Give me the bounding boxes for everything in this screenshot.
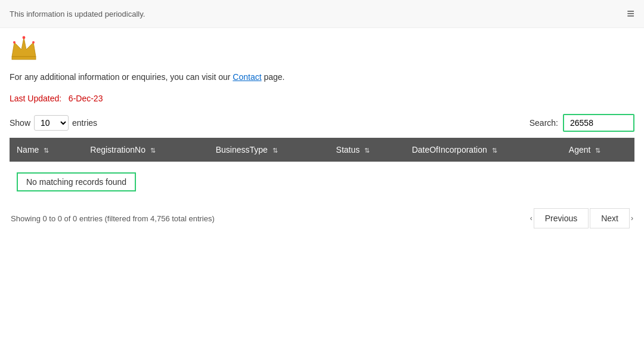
svg-marker-0 [12,38,36,57]
next-button[interactable]: Next [590,208,630,228]
content-area: For any additional information or enquir… [0,66,644,238]
info-line-end: page. [264,72,284,82]
entries-label: entries [72,118,97,128]
col-reg-no-label: RegistrationNo [90,145,145,154]
last-updated: Last Updated: 6-Dec-23 [10,94,634,103]
sort-arrows-name: ⇅ [44,147,49,154]
data-table: Name ⇅ RegistrationNo ⇅ BusinessType ⇅ S… [10,138,634,202]
table-header: Name ⇅ RegistrationNo ⇅ BusinessType ⇅ S… [10,138,634,162]
search-label: Search: [530,118,558,128]
show-label: Show [10,118,30,128]
col-name-label: Name [17,145,39,154]
last-updated-date: 6-Dec-23 [69,94,103,103]
table-footer: Showing 0 to 0 of 0 entries (filtered fr… [10,208,634,228]
col-agent-label: Agent [569,145,591,154]
table-body: No matching records found [10,162,634,202]
previous-button[interactable]: Previous [534,208,589,228]
svg-point-4 [32,41,35,44]
col-status-label: Status [336,145,360,154]
sort-arrows-agent: ⇅ [595,147,600,154]
top-bar-info: This information is updated periodically… [10,10,145,18]
sort-arrows-reg: ⇅ [150,147,156,154]
search-box: Search: [530,114,634,132]
col-business-type[interactable]: BusinessType ⇅ [209,138,329,162]
show-entries-control: Show 10 25 50 100 entries [10,115,97,131]
contact-link[interactable]: Contact [233,72,261,82]
sort-arrows-biz: ⇅ [273,147,278,154]
col-reg-no[interactable]: RegistrationNo ⇅ [83,138,208,162]
no-records-text: No matching records found [17,172,136,191]
col-date-of-inc[interactable]: DateOfIncorporation ⇅ [405,138,562,162]
pagination: ‹ Previous Next › [530,208,633,228]
last-updated-label: Last Updated: [10,94,61,103]
table-header-row: Name ⇅ RegistrationNo ⇅ BusinessType ⇅ S… [10,138,634,162]
svg-rect-1 [12,57,36,60]
col-agent[interactable]: Agent ⇅ [562,138,634,162]
no-records-cell: No matching records found [10,162,634,202]
sort-arrows-date: ⇅ [492,147,497,154]
col-business-type-label: BusinessType [216,145,268,154]
no-records-row: No matching records found [10,162,634,202]
hamburger-icon[interactable]: ≡ [627,6,634,21]
logo-area [0,28,644,66]
table-controls: Show 10 25 50 100 entries Search: [10,114,634,132]
info-line: For any additional information or enquir… [10,72,634,82]
col-status[interactable]: Status ⇅ [329,138,405,162]
info-line-text: For any additional information or enquir… [10,72,233,82]
prev-chevron: ‹ [530,214,532,222]
next-chevron: › [631,214,633,222]
search-input[interactable] [563,114,634,132]
showing-text: Showing 0 to 0 of 0 entries (filtered fr… [11,214,215,223]
svg-point-2 [23,36,26,39]
col-date-of-inc-label: DateOfIncorporation [412,145,487,154]
top-bar: This information is updated periodically… [0,0,644,28]
sort-arrows-status: ⇅ [364,147,370,154]
logo-icon [10,33,38,61]
col-name[interactable]: Name ⇅ [10,138,83,162]
show-entries-select[interactable]: 10 25 50 100 [34,115,69,131]
svg-point-3 [13,41,16,44]
